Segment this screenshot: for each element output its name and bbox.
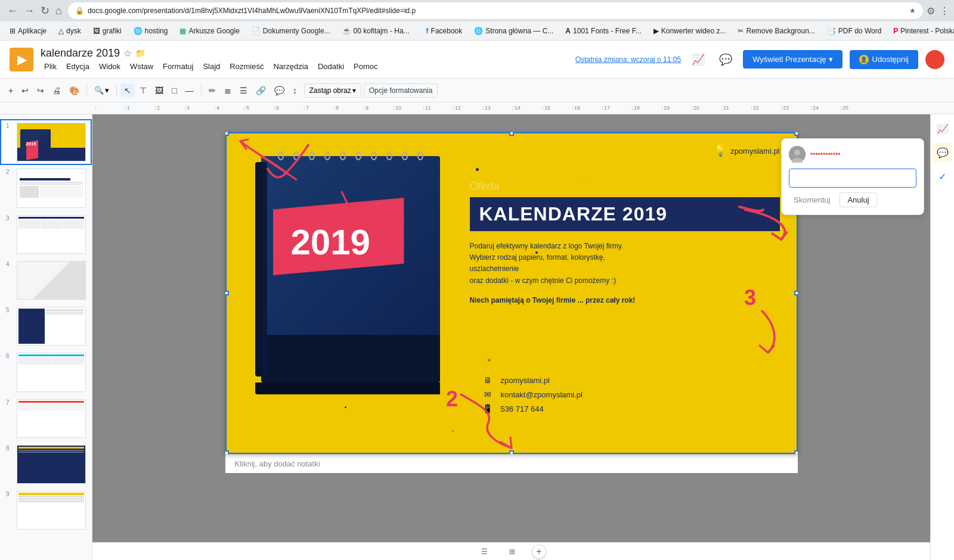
pinterest-icon: P: [893, 27, 898, 35]
tasks-button[interactable]: ✓: [933, 167, 952, 186]
menu-slajd[interactable]: Slajd: [199, 61, 224, 72]
extensions-button[interactable]: ⚙: [927, 5, 935, 17]
slide-thumbnail-2: [17, 169, 86, 207]
bookmark-label: Remove Backgroun...: [746, 27, 814, 35]
ruler-mark: 1: [125, 106, 155, 111]
layout-button[interactable]: ↕: [289, 83, 301, 98]
comment-button[interactable]: 💬: [271, 83, 288, 98]
menu-dodatki[interactable]: Dodatki: [314, 61, 348, 72]
menu-formatuj[interactable]: Formatuj: [159, 61, 197, 72]
zoom-dropdown[interactable]: 🔍 ▾: [91, 83, 113, 97]
bookmark-grafiki[interactable]: 🖼 grafiki: [88, 26, 126, 36]
pen-tool-button[interactable]: ✏: [205, 83, 219, 98]
line-button[interactable]: —: [182, 83, 197, 98]
textbox-button[interactable]: ⊤: [136, 83, 150, 98]
address-bar[interactable]: 🔒 docs.google.com/presentation/d/1m8hvj5…: [68, 2, 923, 19]
ruler-mark: 17: [602, 106, 632, 111]
menu-button[interactable]: ⋮: [940, 5, 949, 17]
slide-number-9: 9: [6, 491, 13, 497]
bookmark-kofitajm[interactable]: ☕ 00 kofitajm - Ha...: [337, 26, 414, 36]
comment-input-field[interactable]: [789, 169, 916, 188]
bookmark-1001fonts[interactable]: A 1001 Fonts - Free F...: [560, 26, 646, 36]
share-label: Udostępnij: [872, 55, 909, 64]
format-options-button[interactable]: Opcje formatowania: [364, 83, 438, 98]
menu-narzedzia[interactable]: Narzędzia: [270, 61, 312, 72]
back-button[interactable]: ←: [5, 4, 20, 18]
add-element-button[interactable]: +: [5, 83, 17, 98]
bookmark-remove-bg[interactable]: ✂ Remove Backgroun...: [733, 26, 819, 36]
slide-item-3[interactable]: 3: [0, 211, 92, 257]
bookmark-dysk[interactable]: △ dysk: [54, 26, 86, 36]
bookmark-konwerter[interactable]: ▶ Konwerter wideo z...: [649, 26, 731, 36]
slide-view-button[interactable]: ☰: [476, 546, 493, 557]
home-button[interactable]: ⌂: [53, 4, 64, 18]
bottom-drag-handle[interactable]: •••: [225, 473, 798, 478]
menu-widok[interactable]: Widok: [95, 61, 124, 72]
bookmark-pdf[interactable]: 📑 PDF do Word: [822, 26, 886, 36]
replace-image-label: Zastąp obraz: [309, 86, 351, 95]
slide-item-6[interactable]: 6: [0, 349, 92, 395]
link-button[interactable]: 🔗: [252, 83, 270, 98]
grid-view-button[interactable]: ⊞: [504, 546, 520, 557]
comment-panel: •••••••••••• Skomentuj Anuluj: [781, 138, 924, 215]
menu-plik[interactable]: Plik: [41, 61, 60, 72]
comments-sidebar-button[interactable]: 💬: [933, 143, 952, 162]
zoom-icon: 🔍: [94, 86, 104, 95]
comment-submit-button[interactable]: Skomentuj: [789, 192, 835, 207]
slide-item-8[interactable]: 8: [0, 441, 92, 487]
add-slide-button[interactable]: +: [532, 545, 546, 559]
present-button[interactable]: Wyświetl Prezentację ▾: [743, 50, 842, 69]
star-icon[interactable]: ☆: [123, 48, 132, 59]
toolbar-divider-2: [116, 85, 117, 97]
image-button[interactable]: 🖼: [151, 83, 167, 98]
undo-button[interactable]: ↩: [18, 83, 32, 98]
bookmark-facebook[interactable]: f Facebook: [422, 26, 467, 36]
search-trends-button[interactable]: 📈: [688, 49, 708, 70]
notes-placeholder[interactable]: Kliknij, aby dodać notatki: [235, 459, 320, 468]
select-tool-button[interactable]: ↖: [120, 83, 135, 98]
redo-button[interactable]: ↪: [33, 83, 48, 98]
replace-image-dropdown[interactable]: Zastąp obraz ▾: [304, 83, 361, 98]
align-button[interactable]: ☰: [236, 83, 251, 98]
bookmark-hosting[interactable]: 🌐 hosting: [129, 26, 173, 36]
slide-item-2[interactable]: 2: [0, 165, 92, 211]
bookmark-aplikacje[interactable]: ⊞ Aplikacje: [5, 26, 51, 36]
ruler-mark: 14: [513, 106, 543, 111]
bookmark-docs[interactable]: 📄 Dokumenty Google...: [247, 26, 335, 36]
email-icon: ✉: [482, 390, 494, 399]
menu-edycja[interactable]: Edycja: [63, 61, 93, 72]
notes-area-below: Kliknij, aby dodać notatki: [225, 454, 798, 473]
explore-button[interactable]: 📈: [933, 119, 952, 138]
reload-button[interactable]: ↻: [38, 3, 52, 18]
user-avatar[interactable]: [925, 50, 944, 69]
ring: [340, 152, 346, 160]
comments-button[interactable]: 💬: [715, 49, 736, 70]
line-style-button[interactable]: ≣: [221, 83, 235, 98]
last-saved-link[interactable]: Ostatnia zmiana: wczoraj o 11:05: [575, 55, 681, 64]
document-title[interactable]: kalendarze 2019: [41, 47, 120, 60]
slide-number-3: 3: [6, 215, 13, 222]
calendar-bottom-section: [261, 335, 440, 382]
slide-item-9[interactable]: 9: [0, 487, 92, 533]
print-button[interactable]: 🖨: [49, 83, 64, 98]
bookmark-arkusze[interactable]: ▦ Arkusze Google: [175, 26, 244, 36]
shape-button[interactable]: □: [168, 83, 180, 98]
ruler-mark: 23: [781, 106, 811, 111]
menu-rozmiec[interactable]: Rozmieść: [226, 61, 267, 72]
paint-format-button[interactable]: 🎨: [66, 83, 83, 98]
ruler-mark: 12: [453, 106, 483, 111]
folder-icon[interactable]: 📁: [135, 48, 145, 58]
bookmark-pinterest[interactable]: P Pinterest - Polska: [888, 26, 954, 36]
slide-item-5[interactable]: 5: [0, 303, 92, 349]
menu-pomoc[interactable]: Pomoc: [350, 61, 381, 72]
share-button[interactable]: 👤 Udostępnij: [850, 50, 918, 69]
comment-cancel-button[interactable]: Anuluj: [840, 192, 876, 207]
menu-wstaw[interactable]: Wstaw: [126, 61, 157, 72]
slide-canvas[interactable]: 💡 zpomyslami.pl: [225, 132, 798, 454]
slide-item-1[interactable]: 1 2019: [0, 119, 92, 165]
slide-item-4[interactable]: 4: [0, 257, 92, 303]
bookmark-strona[interactable]: 🌐 Strona główna — C...: [469, 26, 558, 36]
slide-item-7[interactable]: 7: [0, 396, 92, 441]
replace-image-chevron: ▾: [352, 86, 356, 95]
forward-button[interactable]: →: [21, 4, 37, 18]
